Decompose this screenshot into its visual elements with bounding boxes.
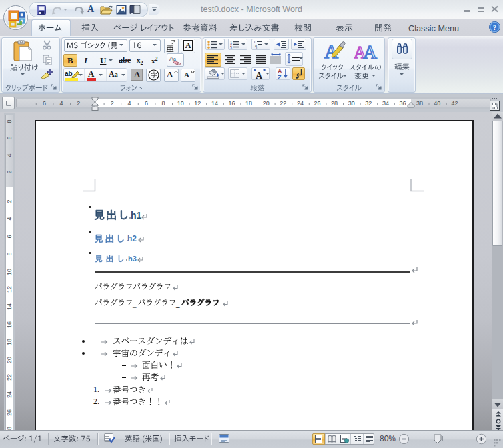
svg-text:Z: Z [278,74,282,80]
svg-text:?: ? [493,23,497,31]
svg-text:ab: ab [65,70,73,77]
svg-text:A: A [363,41,377,60]
svg-text:i: i [256,46,257,49]
svg-text:3: 3 [230,46,232,49]
svg-text:A: A [256,71,263,79]
